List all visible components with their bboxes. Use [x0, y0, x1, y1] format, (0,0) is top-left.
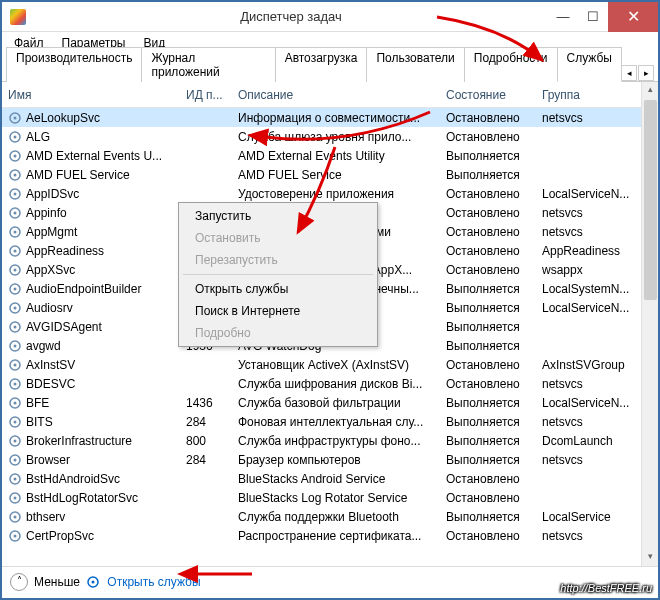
svg-point-3	[14, 135, 17, 138]
service-icon	[8, 149, 22, 163]
table-row[interactable]: AxInstSVУстановщик ActiveX (AxInstSV)Ост…	[2, 355, 658, 374]
cell-state: Остановлено	[440, 377, 536, 391]
open-services-label: Открыть службы	[107, 575, 200, 589]
cell-state: Остановлено	[440, 111, 536, 125]
tab-Производительность[interactable]: Производительность	[6, 47, 142, 82]
cell-name: avgwd	[2, 339, 180, 353]
cell-state: Выполняется	[440, 415, 536, 429]
cell-state: Остановлено	[440, 358, 536, 372]
cell-group: LocalServiceN...	[536, 396, 640, 410]
col-header-group[interactable]: Группа	[536, 88, 640, 102]
tab-scroll-right[interactable]: ▸	[638, 65, 654, 81]
cell-group: wsappx	[536, 263, 640, 277]
table-row[interactable]: AppIDSvcУдостоверение приложенияОстановл…	[2, 184, 658, 203]
cell-group: LocalServiceN...	[536, 187, 640, 201]
svg-point-45	[14, 534, 17, 537]
svg-point-43	[14, 515, 17, 518]
cell-group: AppReadiness	[536, 244, 640, 258]
service-icon	[8, 282, 22, 296]
table-row[interactable]: BstHdAndroidSvcBlueStacks Android Servic…	[2, 469, 658, 488]
tab-scroll-left[interactable]: ◂	[621, 65, 637, 81]
fewer-details-label[interactable]: Меньше	[34, 575, 80, 589]
col-header-pid[interactable]: ИД п...	[180, 88, 232, 102]
cell-group: netsvcs	[536, 206, 640, 220]
cell-name: BstHdLogRotatorSvc	[2, 491, 180, 505]
svg-point-27	[14, 363, 17, 366]
svg-point-9	[14, 192, 17, 195]
cell-name: bthserv	[2, 510, 180, 524]
table-row[interactable]: BDESVCСлужба шифрования дисков Bi...Оста…	[2, 374, 658, 393]
cell-desc: Служба шлюза уровня прило...	[232, 130, 440, 144]
scroll-down-button[interactable]: ▾	[642, 549, 658, 566]
cell-name: Audiosrv	[2, 301, 180, 315]
maximize-button[interactable]: ☐	[578, 2, 608, 32]
tab-Службы[interactable]: Службы	[557, 47, 622, 82]
cell-desc: Служба инфраструктуры фоно...	[232, 434, 440, 448]
table-row[interactable]: AeLookupSvcИнформация о совместимости...…	[2, 108, 658, 127]
cell-state: Выполняется	[440, 453, 536, 467]
table-row[interactable]: BITS284Фоновая интеллектуальная слу...Вы…	[2, 412, 658, 431]
cell-name: BITS	[2, 415, 180, 429]
scroll-up-button[interactable]: ▴	[642, 82, 658, 99]
table-row[interactable]: BrokerInfrastructure800Служба инфраструк…	[2, 431, 658, 450]
service-icon	[8, 168, 22, 182]
table-row[interactable]: bthservСлужба поддержки BluetoothВыполня…	[2, 507, 658, 526]
tab-bar: ПроизводительностьЖурнал приложенийАвтоз…	[2, 56, 658, 82]
cell-pid: 800	[180, 434, 232, 448]
minimize-button[interactable]: —	[548, 2, 578, 32]
cell-desc: Браузер компьютеров	[232, 453, 440, 467]
cell-state: Выполняется	[440, 149, 536, 163]
tab-Журнал приложений[interactable]: Журнал приложений	[141, 47, 275, 82]
table-row[interactable]: BFE1436Служба базовой фильтрацииВыполняе…	[2, 393, 658, 412]
cm-open-services[interactable]: Открыть службы	[181, 278, 375, 300]
cell-pid: 284	[180, 453, 232, 467]
cell-name: BFE	[2, 396, 180, 410]
vertical-scrollbar[interactable]: ▴ ▾	[641, 82, 658, 566]
cell-name: BrokerInfrastructure	[2, 434, 180, 448]
table-row[interactable]: Browser284Браузер компьютеровВыполняется…	[2, 450, 658, 469]
cell-state: Выполняется	[440, 396, 536, 410]
svg-point-39	[14, 477, 17, 480]
tab-Пользователи[interactable]: Пользователи	[366, 47, 464, 82]
service-icon	[8, 244, 22, 258]
cell-name: Browser	[2, 453, 180, 467]
table-row[interactable]: CertPropSvcРаспространение сертификата..…	[2, 526, 658, 545]
service-icon	[8, 339, 22, 353]
svg-point-23	[14, 325, 17, 328]
tab-Автозагрузка[interactable]: Автозагрузка	[275, 47, 368, 82]
cell-state: Остановлено	[440, 529, 536, 543]
svg-point-37	[14, 458, 17, 461]
col-header-name[interactable]: Имя	[2, 88, 180, 102]
cell-state: Остановлено	[440, 472, 536, 486]
cell-desc: BlueStacks Log Rotator Service	[232, 491, 440, 505]
services-table: Имя ИД п... Описание Состояние Группа Ae…	[2, 82, 658, 566]
service-icon	[8, 263, 22, 277]
tab-Подробности[interactable]: Подробности	[464, 47, 558, 82]
col-header-desc[interactable]: Описание	[232, 88, 440, 102]
service-icon	[8, 415, 22, 429]
cell-group: netsvcs	[536, 225, 640, 239]
cell-desc: Информация о совместимости...	[232, 111, 440, 125]
cell-state: Выполняется	[440, 434, 536, 448]
scroll-thumb[interactable]	[644, 100, 657, 300]
cell-desc: Служба поддержки Bluetooth	[232, 510, 440, 524]
close-button[interactable]: ✕	[608, 2, 658, 32]
cm-search-online[interactable]: Поиск в Интернете	[181, 300, 375, 322]
cell-group: LocalService	[536, 510, 640, 524]
svg-point-1	[14, 116, 17, 119]
service-icon	[8, 396, 22, 410]
cm-start[interactable]: Запустить	[181, 205, 375, 227]
col-header-state[interactable]: Состояние	[440, 88, 536, 102]
service-icon	[8, 529, 22, 543]
svg-point-25	[14, 344, 17, 347]
open-services-link[interactable]: Открыть службы	[86, 575, 201, 589]
cell-state: Выполняется	[440, 510, 536, 524]
app-icon	[10, 9, 26, 25]
table-row[interactable]: AMD FUEL ServiceAMD FUEL ServiceВыполняе…	[2, 165, 658, 184]
table-row[interactable]: AMD External Events U...AMD External Eve…	[2, 146, 658, 165]
table-row[interactable]: ALGСлужба шлюза уровня прило...Остановле…	[2, 127, 658, 146]
svg-point-29	[14, 382, 17, 385]
fewer-details-button[interactable]: ˄	[10, 573, 28, 591]
service-icon	[8, 187, 22, 201]
table-row[interactable]: BstHdLogRotatorSvcBlueStacks Log Rotator…	[2, 488, 658, 507]
